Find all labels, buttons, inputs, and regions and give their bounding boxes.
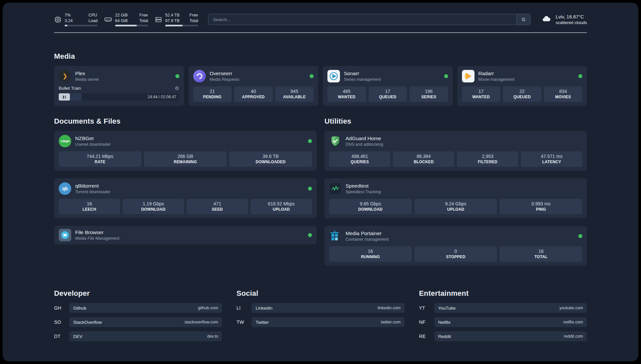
- disk-total-label: Total: [190, 18, 198, 24]
- adguard-card: AdGuard Home DNS and adblocking 498,461Q…: [324, 131, 587, 171]
- bookmark-name: Twitter: [256, 320, 269, 325]
- stat-label: QUEUED: [504, 95, 540, 99]
- filebrowser-card: File Browser Media File Management: [54, 226, 317, 244]
- nzbget-icon: nzbget: [59, 135, 71, 147]
- bookmark-linkedin[interactable]: LinkedIn linkedin.com: [252, 303, 404, 313]
- search-input[interactable]: [208, 14, 531, 25]
- weather-location: Lviv, 16.87°C: [556, 14, 587, 19]
- status-online-dot: [310, 74, 314, 78]
- disk-total-value: 97.9 TB: [165, 18, 180, 24]
- bookmark-row: TW Twitter twitter.com: [236, 317, 404, 327]
- playback-time: 24:44 / 02:06:47: [148, 95, 179, 99]
- cpu-widget: 7% 3.24 CPU Load: [54, 13, 98, 26]
- media-section: Media ❯ Plex Media server Bullet Train ⚙: [54, 52, 587, 106]
- bookmark-abbr: SO: [54, 319, 65, 325]
- app-name: qBittorrent: [75, 183, 110, 189]
- bookmark-youtube[interactable]: YouTube youtube.com: [434, 303, 587, 313]
- stat-value: 744.21 Mbps: [60, 154, 140, 159]
- ram-free-value: 22 GiB: [115, 13, 128, 18]
- gear-icon[interactable]: ⚙: [175, 86, 179, 91]
- portainer-app-link[interactable]: Media Portainer Container management: [329, 230, 582, 242]
- speedtest-app-link[interactable]: Speedtest Speedtest Tracking: [329, 182, 582, 195]
- bookmark-dev[interactable]: DEV dev.to: [69, 331, 222, 341]
- qbittorrent-app-link[interactable]: qb qBittorrent Torrent downloader: [59, 182, 312, 195]
- ram-progress-bar: [115, 25, 148, 26]
- stat-value: 47.571 ms: [522, 154, 581, 159]
- overseerr-card: Overseerr Media Requests 21PENDING 40APP…: [189, 66, 319, 106]
- weather-widget: Lviv, 16.87°C scattered clouds: [540, 14, 587, 25]
- documents-section-title: Documents & Files: [54, 117, 317, 126]
- bookmark-row: RE Reddit reddit.com: [419, 331, 587, 341]
- bookmark-twitter[interactable]: Twitter twitter.com: [252, 317, 404, 327]
- app-name: AdGuard Home: [346, 136, 383, 141]
- bookmark-netflix[interactable]: Netflix netflix.com: [434, 317, 587, 327]
- plex-app-link[interactable]: ❯ Plex Media server: [59, 70, 179, 82]
- stat-tile: 196SERIES: [410, 86, 448, 102]
- pause-icon: [63, 96, 66, 99]
- dashboard-frame: 7% 3.24 CPU Load 22 GiB: [3, 3, 638, 361]
- bookmark-stackoverflow[interactable]: StackOverflow stackoverflow.com: [69, 317, 222, 327]
- app-subtitle: Usenet downloader: [75, 142, 111, 147]
- stat-label: AVAILABLE: [277, 95, 313, 99]
- weather-condition: scattered clouds: [556, 20, 587, 25]
- app-name: Media Portainer: [346, 230, 389, 236]
- adguard-shield-icon: [329, 135, 342, 147]
- stat-tile: 9.65 GbpsDOWNLOAD: [329, 199, 412, 214]
- stat-label: LEECH: [60, 207, 119, 212]
- bookmark-url: stackoverflow.com: [184, 320, 218, 324]
- stat-value: 40: [235, 89, 271, 94]
- bookmark-row: GH Github github.com: [54, 303, 222, 313]
- bookmark-reddit[interactable]: Reddit reddit.com: [434, 331, 587, 341]
- stat-label: WANTED: [463, 95, 499, 99]
- entertainment-group: Entertainment YT YouTube youtube.com NF …: [419, 289, 587, 341]
- stat-value: 16: [60, 201, 119, 206]
- status-online-dot: [308, 139, 312, 143]
- search-engine-button[interactable]: G: [516, 14, 530, 25]
- cpu-icon: [54, 16, 62, 23]
- stat-label: WANTED: [329, 95, 365, 99]
- nzbget-app-link[interactable]: nzbget NZBGet Usenet downloader: [59, 135, 312, 147]
- ram-total-label: Total: [139, 18, 148, 24]
- filebrowser-app-link[interactable]: File Browser Media File Management: [59, 229, 312, 241]
- bookmark-name: Netflix: [438, 320, 451, 325]
- overseerr-app-link[interactable]: Overseerr Media Requests: [193, 70, 314, 82]
- entertainment-section-title: Entertainment: [419, 289, 587, 298]
- bookmark-abbr: TW: [236, 319, 247, 325]
- stat-label: UPLOAD: [252, 207, 311, 212]
- status-online-dot: [578, 234, 582, 238]
- ram-icon: [104, 15, 112, 23]
- stat-tile: 834MOVIES: [544, 86, 583, 102]
- radarr-card: Radarr Movie management 17WANTED 22QUEUE…: [457, 66, 587, 106]
- stat-label: STOPPED: [416, 255, 496, 259]
- stat-tile: 39.6 TBDOWNLOADED: [229, 151, 312, 167]
- stat-label: PING: [501, 207, 581, 212]
- bookmark-url: netflix.com: [563, 320, 583, 324]
- stat-label: DOWNLOADED: [230, 160, 311, 164]
- bookmark-github[interactable]: Github github.com: [69, 303, 222, 313]
- pause-button[interactable]: [59, 93, 70, 101]
- adguard-app-link[interactable]: AdGuard Home DNS and adblocking: [329, 135, 582, 147]
- app-name: Plex: [75, 71, 99, 76]
- bookmark-row: NF Netflix netflix.com: [419, 317, 587, 327]
- app-name: Sonarr: [344, 71, 381, 76]
- radarr-app-link[interactable]: Radarr Movie management: [462, 70, 583, 82]
- stat-value: 22: [504, 89, 540, 94]
- app-subtitle: Torrent downloader: [75, 190, 110, 194]
- stat-tile: 40APPROVED: [234, 86, 273, 102]
- stat-tile: 17QUEUED: [369, 86, 407, 102]
- bookmark-url: linkedin.com: [378, 306, 400, 310]
- sonarr-app-link[interactable]: Sonarr Series management: [327, 70, 448, 82]
- utilities-section-title: Utilities: [324, 117, 587, 126]
- bookmark-row: SO StackOverflow stackoverflow.com: [54, 317, 222, 327]
- stat-value: 945: [277, 89, 313, 94]
- disk-widget: 52.4 TB 97.9 TB Free Total: [155, 13, 198, 26]
- cloud-icon: [540, 14, 552, 25]
- media-section-title: Media: [54, 52, 587, 61]
- disk-free-value: 52.4 TB: [165, 13, 180, 18]
- bookmark-name: YouTube: [438, 306, 456, 311]
- bookmark-abbr: NF: [419, 319, 430, 325]
- playback-progress-bar[interactable]: 24:44 / 02:06:47: [59, 93, 179, 101]
- stat-tile: 471SEED: [187, 199, 248, 214]
- stat-label: PENDING: [195, 95, 230, 99]
- stat-label: DOWNLOAD: [124, 207, 183, 212]
